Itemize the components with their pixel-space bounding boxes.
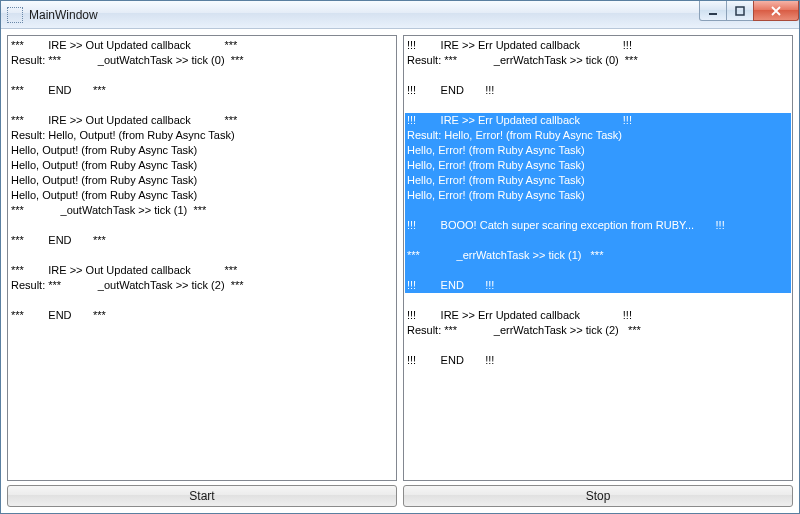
svg-rect-1 — [736, 7, 744, 15]
log-line[interactable] — [405, 68, 791, 83]
log-line[interactable]: !!! END !!! — [405, 278, 791, 293]
log-line[interactable] — [9, 248, 395, 263]
minimize-icon — [708, 6, 718, 16]
log-line[interactable]: !!! IRE >> Err Updated callback !!! — [405, 113, 791, 128]
log-line[interactable]: Result: Hello, Output! (from Ruby Async … — [9, 128, 395, 143]
log-line[interactable]: *** END *** — [9, 233, 395, 248]
log-line[interactable]: Result: *** _outWatchTask >> tick (0) **… — [9, 53, 395, 68]
close-icon — [770, 6, 782, 16]
log-line[interactable]: Hello, Error! (from Ruby Async Task) — [405, 158, 791, 173]
panes-row: *** IRE >> Out Updated callback ***Resul… — [7, 35, 793, 481]
log-line[interactable] — [405, 263, 791, 278]
window-title: MainWindow — [29, 8, 98, 22]
log-line[interactable] — [405, 338, 791, 353]
log-line[interactable]: *** _outWatchTask >> tick (1) *** — [9, 203, 395, 218]
main-window: MainWindow *** IRE >> Out Updated callba… — [0, 0, 800, 514]
log-line[interactable] — [405, 293, 791, 308]
log-line[interactable]: !!! BOOO! Catch super scaring exception … — [405, 218, 791, 233]
log-line[interactable]: *** END *** — [9, 308, 395, 323]
log-line[interactable]: Hello, Error! (from Ruby Async Task) — [405, 143, 791, 158]
window-controls — [700, 1, 799, 21]
log-line[interactable]: *** IRE >> Out Updated callback *** — [9, 38, 395, 53]
log-line[interactable] — [9, 293, 395, 308]
log-line[interactable]: !!! END !!! — [405, 353, 791, 368]
log-line[interactable]: *** END *** — [9, 83, 395, 98]
app-icon — [7, 7, 23, 23]
log-line[interactable]: Hello, Output! (from Ruby Async Task) — [9, 173, 395, 188]
minimize-button[interactable] — [699, 1, 727, 21]
log-line[interactable]: !!! IRE >> Err Updated callback !!! — [405, 38, 791, 53]
log-line[interactable]: Result: *** _errWatchTask >> tick (2) **… — [405, 323, 791, 338]
log-line[interactable]: Result: *** _outWatchTask >> tick (2) **… — [9, 278, 395, 293]
buttons-row: Start Stop — [7, 485, 793, 507]
start-button[interactable]: Start — [7, 485, 397, 507]
log-line[interactable] — [9, 68, 395, 83]
log-line[interactable]: Hello, Error! (from Ruby Async Task) — [405, 173, 791, 188]
log-line[interactable] — [405, 98, 791, 113]
log-line[interactable] — [9, 218, 395, 233]
log-line[interactable] — [405, 233, 791, 248]
error-pane[interactable]: !!! IRE >> Err Updated callback !!!Resul… — [403, 35, 793, 481]
log-line[interactable]: Hello, Error! (from Ruby Async Task) — [405, 188, 791, 203]
log-line[interactable]: *** _errWatchTask >> tick (1) *** — [405, 248, 791, 263]
log-line[interactable]: Result: Hello, Error! (from Ruby Async T… — [405, 128, 791, 143]
log-line[interactable] — [405, 203, 791, 218]
log-line[interactable]: *** IRE >> Out Updated callback *** — [9, 113, 395, 128]
svg-rect-0 — [709, 13, 717, 15]
log-line[interactable]: Hello, Output! (from Ruby Async Task) — [9, 188, 395, 203]
log-line[interactable]: !!! IRE >> Err Updated callback !!! — [405, 308, 791, 323]
log-line[interactable]: !!! END !!! — [405, 83, 791, 98]
output-pane[interactable]: *** IRE >> Out Updated callback ***Resul… — [7, 35, 397, 481]
log-line[interactable]: Result: *** _errWatchTask >> tick (0) **… — [405, 53, 791, 68]
log-line[interactable]: Hello, Output! (from Ruby Async Task) — [9, 143, 395, 158]
content-area: *** IRE >> Out Updated callback ***Resul… — [1, 29, 799, 513]
maximize-icon — [735, 6, 745, 16]
log-line[interactable] — [9, 98, 395, 113]
log-line[interactable]: Hello, Output! (from Ruby Async Task) — [9, 158, 395, 173]
maximize-button[interactable] — [726, 1, 754, 21]
log-line[interactable]: *** IRE >> Out Updated callback *** — [9, 263, 395, 278]
close-button[interactable] — [753, 1, 799, 21]
stop-button[interactable]: Stop — [403, 485, 793, 507]
titlebar[interactable]: MainWindow — [1, 1, 799, 29]
